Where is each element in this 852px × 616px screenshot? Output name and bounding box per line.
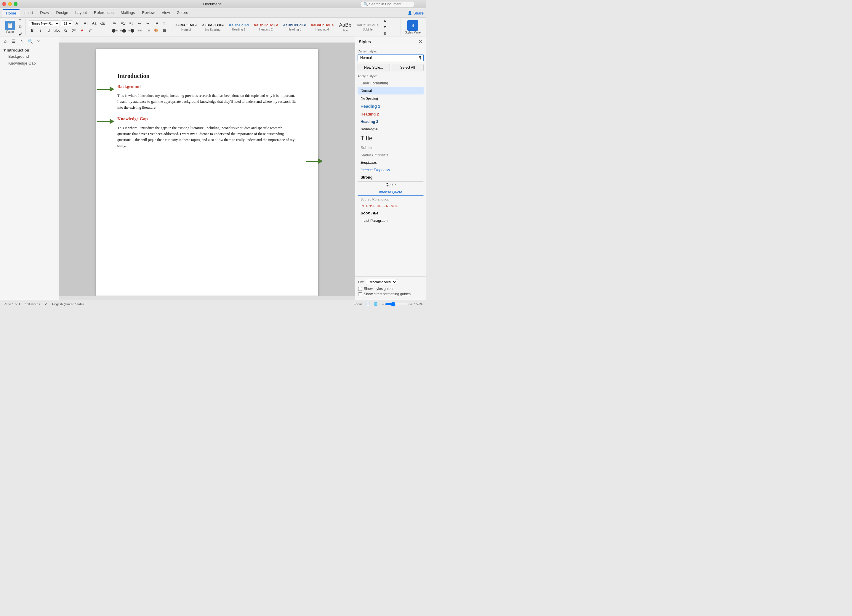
select-all-button[interactable]: Select All: [392, 64, 424, 71]
align-right-button[interactable]: ≡⬤: [128, 27, 135, 34]
style-item-h4[interactable]: Heading 4: [358, 125, 424, 133]
style-item-intense-ref[interactable]: Intense Reference: [358, 203, 424, 209]
show-direct-formatting-row[interactable]: Show direct formatting guides: [358, 292, 423, 296]
language[interactable]: English (United States): [52, 302, 86, 306]
style-no-spacing[interactable]: AaBbCcDdEe No Spacing: [200, 19, 226, 35]
new-style-button[interactable]: New Style...: [358, 64, 390, 71]
strikethrough-button[interactable]: abc: [54, 27, 61, 34]
underline-button[interactable]: U: [45, 27, 53, 34]
spelling-check-icon[interactable]: ✓: [45, 302, 47, 306]
justify-button[interactable]: ≡≡: [136, 27, 143, 34]
tab-mailings[interactable]: Mailings: [117, 9, 139, 17]
show-styles-guides-checkbox[interactable]: [358, 287, 362, 291]
zoom-level[interactable]: 159%: [414, 302, 423, 306]
style-item-h2[interactable]: Heading 2: [358, 110, 424, 118]
tab-view[interactable]: View: [158, 9, 174, 17]
style-gallery-up[interactable]: ▲: [381, 18, 388, 24]
sort-button[interactable]: ↕A: [153, 20, 160, 27]
share-button[interactable]: Share: [413, 11, 424, 15]
search-input[interactable]: [369, 2, 411, 6]
cut-button[interactable]: ✂: [17, 18, 24, 23]
tab-insert[interactable]: Insert: [20, 9, 37, 17]
document-scroll[interactable]: Introduction Background This is where I …: [59, 43, 355, 296]
sidebar-item-introduction[interactable]: ▾ Introduction: [0, 46, 59, 53]
highlight-button[interactable]: 🖊: [87, 27, 94, 34]
font-color-button[interactable]: A: [79, 27, 86, 34]
style-heading3[interactable]: AaBbCcDdEe Heading 3: [281, 19, 308, 35]
style-heading1[interactable]: AaBbCcDd Heading 1: [227, 19, 251, 35]
increase-indent-button[interactable]: ⇥: [144, 20, 151, 27]
style-gallery-more[interactable]: ⊞: [381, 30, 388, 36]
zoom-out-button[interactable]: −: [381, 302, 384, 306]
style-heading4[interactable]: AaBbCcDdEe Heading 4: [309, 19, 335, 35]
style-heading2[interactable]: AaBbCcDdEe Heading 2: [252, 19, 281, 35]
sidebar-item-knowledge-gap[interactable]: Knowledge Gap: [0, 60, 59, 66]
style-item-quote[interactable]: Quote: [358, 181, 424, 188]
align-left-button[interactable]: ⬤≡: [111, 27, 118, 34]
align-center-button[interactable]: ≡⬤: [119, 27, 127, 34]
style-item-normal[interactable]: Normal: [358, 87, 424, 95]
style-item-intense-quote[interactable]: Intense Quote: [358, 189, 424, 196]
sidebar-item-background[interactable]: Background: [0, 53, 59, 60]
sidebar-home-btn[interactable]: ⌂: [2, 38, 9, 45]
view-web-icon[interactable]: 🌐: [373, 302, 378, 306]
decrease-indent-button[interactable]: ⇤: [136, 20, 143, 27]
style-subtitle[interactable]: AaBbCcDdEe Subtitle: [355, 19, 381, 35]
close-button[interactable]: [2, 2, 6, 6]
line-spacing-button[interactable]: ↕≡: [144, 27, 151, 34]
tab-review[interactable]: Review: [138, 9, 158, 17]
style-gallery-down[interactable]: ▼: [381, 24, 388, 30]
tab-design[interactable]: Design: [53, 9, 72, 17]
font-name-select[interactable]: Times New R...: [29, 20, 60, 26]
font-size-select[interactable]: 11: [61, 20, 73, 26]
style-title[interactable]: AaBb Title: [336, 19, 354, 35]
paste-button[interactable]: 📋 Paste: [4, 20, 16, 34]
format-painter-button[interactable]: 🖌: [17, 31, 24, 36]
current-style-select[interactable]: Normal ¶: [358, 54, 424, 61]
increase-font-button[interactable]: A↑: [74, 20, 81, 27]
show-direct-formatting-checkbox[interactable]: [358, 292, 362, 296]
multilevel-button[interactable]: ≡↕: [128, 20, 135, 27]
copy-button[interactable]: ⎘: [17, 24, 24, 30]
tab-layout[interactable]: Layout: [72, 9, 91, 17]
style-normal[interactable]: AaBbCcDdEe Normal: [173, 19, 199, 35]
list-select[interactable]: Recommended: [366, 279, 397, 285]
tab-home[interactable]: Home: [2, 9, 20, 17]
numbering-button[interactable]: ≡1: [119, 20, 127, 27]
style-item-h1[interactable]: Heading 1: [358, 103, 424, 110]
sidebar-cursor-btn[interactable]: ↖: [18, 38, 26, 45]
style-item-intense-emphasis[interactable]: Intense Emphasis: [358, 166, 424, 174]
maximize-button[interactable]: [14, 2, 18, 6]
styles-pane-button[interactable]: S Styles Pane: [404, 19, 422, 35]
bold-button[interactable]: B: [29, 27, 36, 34]
style-item-nospacing[interactable]: No Spacing: [358, 95, 424, 102]
decrease-font-button[interactable]: A↓: [82, 20, 89, 27]
tab-references[interactable]: References: [91, 9, 117, 17]
style-item-list-para[interactable]: List Paragraph: [358, 217, 424, 224]
style-item-subtle-ref[interactable]: Subtle Reference: [358, 196, 424, 202]
borders-button[interactable]: ⊞: [161, 27, 168, 34]
sidebar-close-btn[interactable]: ✕: [35, 38, 42, 45]
show-styles-guides-row[interactable]: Show styles guides: [358, 287, 423, 291]
shading-button[interactable]: 🎨: [153, 27, 160, 34]
style-item-h3[interactable]: Heading 3: [358, 118, 424, 125]
style-item-subtle-emphasis[interactable]: Subtle Emphasis: [358, 152, 424, 159]
subscript-button[interactable]: X₂: [62, 27, 69, 34]
minimize-button[interactable]: [8, 2, 12, 6]
search-bar[interactable]: 🔍: [361, 1, 414, 7]
clear-format-button[interactable]: ⌫: [99, 20, 106, 27]
horizontal-scrollbar[interactable]: [59, 296, 355, 300]
sidebar-search-btn[interactable]: 🔍: [27, 38, 34, 45]
style-item-clear[interactable]: Clear Formatting: [358, 80, 424, 87]
doc-section-gap-body[interactable]: This is where I introduce the gaps in th…: [117, 125, 297, 149]
style-item-book-title[interactable]: Book Title: [358, 210, 424, 217]
tab-draw[interactable]: Draw: [36, 9, 53, 17]
style-item-emphasis[interactable]: Emphasis: [358, 159, 424, 166]
show-marks-button[interactable]: ¶: [161, 20, 168, 27]
focus-button[interactable]: Focus: [354, 302, 363, 306]
zoom-in-button[interactable]: +: [410, 302, 412, 306]
change-case-button[interactable]: Aa: [91, 20, 98, 27]
style-item-title[interactable]: Title: [358, 133, 424, 143]
view-print-icon[interactable]: 📄: [366, 302, 370, 306]
bullets-button[interactable]: ≡•: [111, 20, 118, 27]
